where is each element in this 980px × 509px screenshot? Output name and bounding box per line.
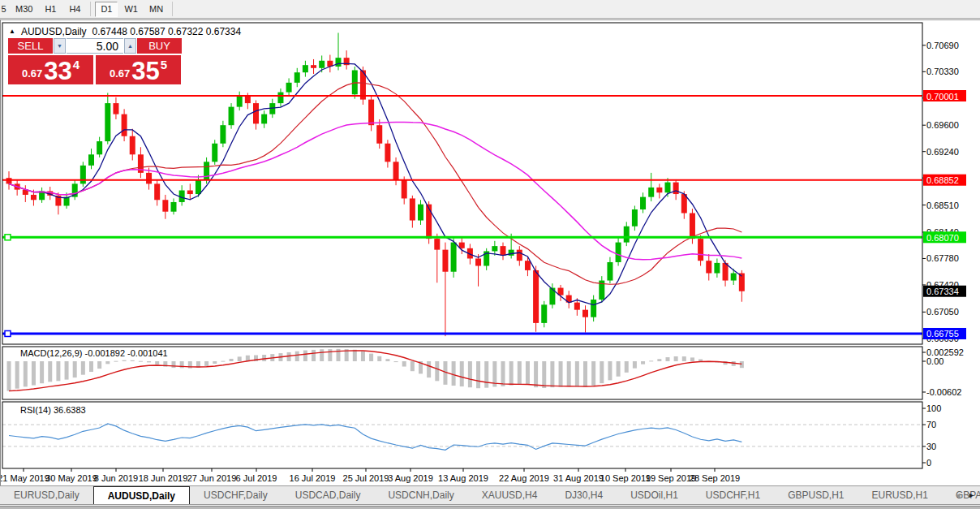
timeframe-button-M30[interactable]: M30 — [11, 2, 37, 17]
candle-body — [648, 188, 654, 197]
macd-histogram-bar — [32, 361, 36, 386]
candle-body — [122, 114, 127, 136]
macd-histogram-bar — [377, 356, 381, 361]
price-badge-label: 0.70001 — [926, 92, 959, 101]
macd-tick-label: 0.00 — [926, 356, 943, 366]
macd-histogram-bar — [740, 361, 744, 368]
date-tick-label: 31 Aug 2019 — [553, 473, 604, 483]
macd-histogram-bar — [65, 361, 69, 380]
candle-body — [277, 93, 283, 104]
date-tick-label: 22 Aug 2019 — [499, 473, 549, 483]
timeframe-button-H4[interactable]: H4 — [63, 2, 86, 17]
date-tick-label: 8 Jun 2019 — [94, 473, 138, 483]
volume-decrease-button[interactable]: ▼ — [54, 38, 66, 54]
candle-body — [6, 178, 12, 183]
macd-histogram-bar — [353, 350, 357, 361]
macd-histogram-bar — [509, 361, 514, 386]
candle-body — [492, 246, 497, 251]
timeframe-button-5[interactable]: 5 — [1, 2, 9, 17]
tab-scroll-right-icon[interactable]: ► — [968, 491, 975, 499]
tab-usdoil-h1[interactable]: USDOil,H1 — [617, 486, 692, 504]
candle-body — [88, 154, 94, 166]
price-badge-label: 0.66755 — [926, 329, 959, 339]
chart-title: ▲ AUDUSD,Daily 0.67448 0.67587 0.67322 0… — [9, 26, 241, 37]
macd-histogram-bar — [238, 356, 242, 361]
macd-histogram-bar — [73, 361, 77, 377]
candle-body — [286, 83, 292, 93]
tab-usdchf-daily[interactable]: USDCHF,Daily — [190, 486, 282, 504]
timeframe-button-MN[interactable]: MN — [144, 2, 168, 17]
rsi-tick-label: 0 — [926, 458, 931, 468]
macd-histogram-bar — [114, 361, 118, 362]
price-tick-label: 0.67780 — [926, 253, 959, 263]
timeframe-button-D1[interactable]: D1 — [95, 2, 118, 17]
bid-prefix: 0.67 — [22, 67, 42, 80]
tab-eurusd-daily[interactable]: EURUSD,Daily — [0, 486, 93, 504]
tab-dj30-h4[interactable]: DJ30,H4 — [551, 486, 617, 504]
macd-histogram-bar — [402, 361, 406, 367]
macd-histogram-bar — [550, 361, 554, 387]
macd-histogram-bar — [172, 361, 176, 368]
date-tick-label: 30 May 2019 — [45, 473, 97, 483]
macd-tick-label: -0.00602 — [926, 387, 961, 397]
macd-histogram-bar — [690, 357, 694, 361]
macd-histogram-bar — [105, 361, 110, 364]
macd-histogram-bar — [657, 359, 661, 361]
macd-histogram-bar — [410, 361, 415, 371]
macd-histogram-bar — [221, 361, 225, 362]
macd-histogram-bar — [484, 361, 488, 388]
price-chart-canvas[interactable]: 0.706900.703300.699700.696000.692400.688… — [1, 19, 980, 485]
rsi-tick-label: 100 — [926, 403, 941, 413]
candle-body — [154, 183, 160, 200]
one-click-trading-panel: SELL ▼ ▲ BUY 0.67 33 4 0.67 35 — [7, 37, 183, 85]
buy-button[interactable]: BUY — [137, 38, 182, 54]
candle-body — [501, 246, 506, 256]
candle-body — [533, 270, 539, 323]
sell-button[interactable]: SELL — [8, 38, 53, 54]
macd-histogram-bar — [534, 361, 538, 387]
timeframe-button-W1[interactable]: W1 — [119, 2, 143, 17]
tab-eurusd-h1[interactable]: EURUSD,H1 — [858, 486, 942, 504]
macd-indicator-label: MACD(12,26,9) -0.001892 -0.001041 — [20, 348, 168, 358]
macd-histogram-bar — [328, 349, 332, 361]
tab-usdcad-daily[interactable]: USDCAD,Daily — [282, 486, 375, 504]
ask-price-button[interactable]: 0.67 35 5 — [96, 55, 181, 84]
date-tick-label: 3 Aug 2019 — [388, 473, 433, 483]
candle-body — [451, 243, 457, 272]
price-tick-label: 0.67050 — [926, 307, 959, 317]
tab-gbpusd-h1[interactable]: GBPUSD,H1 — [774, 486, 858, 504]
bid-price-button[interactable]: 0.67 33 4 — [8, 55, 93, 84]
macd-histogram-bar — [526, 361, 530, 385]
rsi-tick-label: 30 — [926, 442, 936, 451]
macd-histogram-bar — [230, 359, 234, 361]
volume-input[interactable] — [67, 38, 123, 54]
candle-body — [368, 100, 374, 126]
candle-body — [517, 250, 522, 261]
candle-body — [376, 125, 382, 144]
timeframe-button-H1[interactable]: H1 — [39, 2, 62, 17]
candle-body — [410, 198, 415, 220]
macd-histogram-bar — [452, 361, 456, 386]
macd-histogram-bar — [361, 352, 365, 361]
tab-xauusd-h4[interactable]: XAUUSD,H4 — [468, 486, 552, 504]
tab-usdchf-h1[interactable]: USDCHF,H1 — [692, 486, 774, 504]
candle-body — [311, 65, 316, 68]
tab-audusd-daily[interactable]: AUDUSD,Daily — [93, 486, 190, 504]
macd-histogram-bar — [608, 361, 612, 380]
tab-scroll-left-icon[interactable]: ◄ — [954, 491, 961, 499]
volume-increase-button[interactable]: ▲ — [124, 38, 136, 54]
macd-histogram-bar — [89, 361, 93, 372]
candle-body — [336, 58, 342, 67]
candle-body — [607, 262, 612, 281]
candle-body — [426, 205, 432, 239]
tab-usdcnh-daily[interactable]: USDCNH,Daily — [374, 486, 467, 504]
mt4-window: 5M30H1H4D1W1MN 0.706900.703300.699700.69… — [0, 0, 980, 509]
macd-histogram-bar — [131, 360, 135, 361]
candle-body — [105, 103, 110, 141]
line-handle[interactable] — [5, 330, 11, 336]
collapse-arrow-icon[interactable]: ▲ — [9, 28, 15, 35]
line-handle[interactable] — [5, 235, 11, 240]
macd-histogram-bar — [575, 361, 579, 386]
bid-pip-digit: 4 — [73, 58, 80, 71]
candle-body — [591, 300, 596, 317]
